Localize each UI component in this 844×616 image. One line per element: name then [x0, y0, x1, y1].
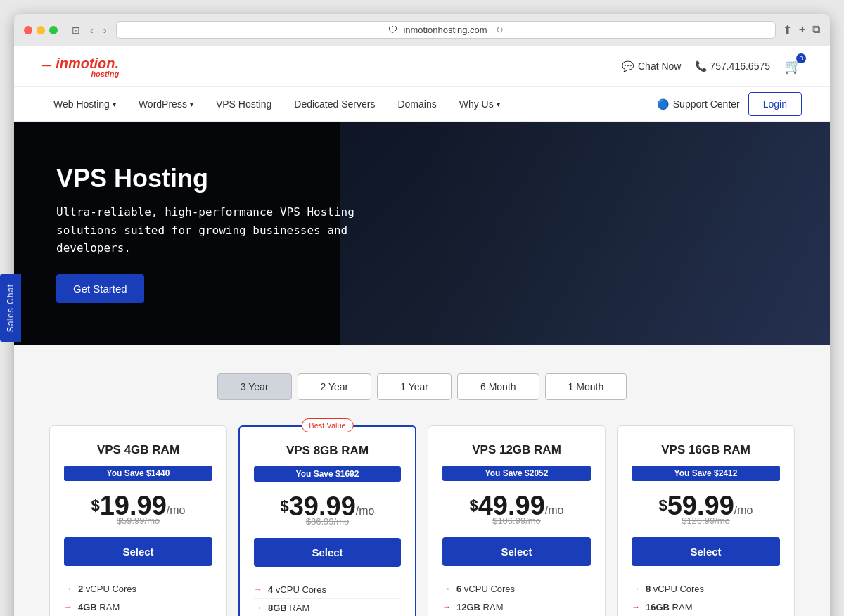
address-bar[interactable]: 🛡 inmotionhosting.com ↻ — [116, 21, 775, 39]
traffic-lights — [24, 26, 58, 34]
arrow-icon: → — [64, 584, 72, 593]
chat-button[interactable]: 💬 Chat Now — [622, 60, 681, 72]
hero-section: VPS Hosting Ultra-reliable, high-perform… — [14, 122, 830, 345]
get-started-button[interactable]: Get Started — [56, 274, 144, 303]
sidebar-toggle-button[interactable]: ⊡ — [69, 23, 83, 37]
minimize-button[interactable] — [37, 26, 45, 34]
best-value-badge: Best Value — [301, 418, 353, 432]
plan-name-4gb: VPS 4GB RAM — [64, 443, 212, 457]
arrow-icon: → — [442, 602, 451, 612]
price-dollar-16gb: $ — [658, 496, 667, 515]
new-tab-icon[interactable]: + — [799, 23, 805, 37]
period-tabs: 3 Year 2 Year 1 Year 6 Month 1 Month — [42, 373, 802, 400]
phone-icon: 📞 — [695, 60, 707, 72]
arrow-icon: → — [632, 584, 640, 593]
savings-badge-12gb: You Save $2052 — [442, 466, 591, 481]
phone-number: 📞 757.416.6575 — [695, 60, 770, 72]
pricing-section: 3 Year 2 Year 1 Year 6 Month 1 Month VPS… — [14, 345, 830, 616]
feature-ram-12gb: → 12GB RAM — [442, 598, 591, 616]
support-center-button[interactable]: 🔵 Support Center — [657, 98, 740, 110]
site-header: — inmotion. hosting 💬 Chat Now 📞 757.416… — [14, 46, 830, 87]
feature-ram-4gb: → 4GB RAM — [64, 598, 212, 616]
nav-item-web-hosting[interactable]: Web Hosting — [42, 87, 127, 121]
sales-chat-tab[interactable]: Sales Chat — [0, 274, 21, 342]
forward-button[interactable]: › — [101, 23, 110, 37]
pricing-cards: VPS 4GB RAM You Save $1440 $ 19.99 /mo $… — [49, 425, 795, 616]
plan-card-12gb: VPS 12GB RAM You Save $2052 $ 49.99 /mo … — [428, 425, 606, 616]
nav-links: Web Hosting WordPress VPS Hosting Dedica… — [42, 87, 657, 121]
plan-name-8gb: VPS 8GB RAM — [254, 444, 401, 458]
browser-actions: ⬆ + ⧉ — [783, 23, 820, 37]
plan-name-16gb: VPS 16GB RAM — [632, 443, 780, 457]
price-original-16gb: $126.99/mo — [632, 515, 780, 526]
share-icon[interactable]: ⬆ — [783, 23, 792, 37]
tab-1-year[interactable]: 1 Year — [377, 373, 452, 400]
savings-badge-4gb: You Save $1440 — [64, 466, 212, 481]
select-button-12gb[interactable]: Select — [442, 537, 591, 566]
price-block-4gb: $ 19.99 /mo $59.99/mo — [64, 491, 212, 526]
feature-vcpu-4gb: → 2 vCPU Cores — [64, 580, 212, 598]
plan-card-8gb: Best Value VPS 8GB RAM You Save $1692 $ … — [238, 425, 416, 616]
refresh-icon[interactable]: ↻ — [496, 25, 504, 35]
back-button[interactable]: ‹ — [87, 23, 96, 37]
price-original-8gb: $86.99/mo — [254, 516, 401, 527]
select-button-4gb[interactable]: Select — [64, 537, 212, 566]
arrow-icon: → — [64, 602, 72, 612]
nav-right: 🔵 Support Center Login — [657, 92, 802, 116]
browser-nav-controls: ⊡ ‹ › — [69, 23, 109, 37]
login-button[interactable]: Login — [748, 92, 802, 116]
site-nav: Web Hosting WordPress VPS Hosting Dedica… — [14, 87, 830, 122]
cart-badge: 0 — [796, 53, 806, 63]
price-period-12gb: /mo — [545, 504, 564, 517]
browser-toolbar: ⊡ ‹ › 🛡 inmotionhosting.com ↻ ⬆ + ⧉ — [14, 14, 830, 46]
price-dollar-12gb: $ — [469, 496, 478, 515]
feature-list-12gb: → 6 vCPU Cores → 12GB RAM → 210GB NVMe S… — [442, 580, 591, 616]
close-button[interactable] — [24, 26, 32, 34]
tab-1-month[interactable]: 1 Month — [545, 373, 627, 400]
maximize-button[interactable] — [49, 26, 58, 34]
feature-ram-8gb: → 8GB RAM — [254, 599, 401, 616]
nav-item-why-us[interactable]: Why Us — [448, 87, 511, 121]
plan-name-12gb: VPS 12GB RAM — [442, 443, 591, 457]
arrow-icon: → — [442, 584, 451, 593]
select-button-16gb[interactable]: Select — [632, 537, 780, 566]
savings-badge-16gb: You Save $2412 — [632, 466, 780, 481]
url-display: inmotionhosting.com — [403, 25, 487, 35]
plan-card-16gb: VPS 16GB RAM You Save $2412 $ 59.99 /mo … — [617, 425, 795, 616]
price-dollar-8gb: $ — [280, 497, 288, 515]
price-period-16gb: /mo — [734, 504, 753, 517]
arrow-icon: → — [254, 603, 262, 612]
tab-6-month[interactable]: 6 Month — [457, 373, 539, 400]
tab-2-year[interactable]: 2 Year — [298, 373, 372, 400]
feature-vcpu-16gb: → 8 vCPU Cores — [632, 580, 780, 598]
nav-item-domains[interactable]: Domains — [386, 87, 447, 121]
nav-item-wordpress[interactable]: WordPress — [127, 87, 205, 121]
hero-title: VPS Hosting — [56, 164, 478, 193]
arrow-icon: → — [254, 584, 262, 594]
savings-badge-8gb: You Save $1692 — [254, 466, 401, 482]
logo[interactable]: — inmotion. hosting — [42, 54, 119, 78]
tabs-icon[interactable]: ⧉ — [812, 23, 820, 37]
hero-content: VPS Hosting Ultra-reliable, high-perform… — [56, 164, 478, 303]
price-period-4gb: /mo — [167, 504, 186, 517]
price-original-12gb: $106.99/mo — [442, 515, 591, 526]
price-original-4gb: $59.99/mo — [64, 515, 212, 526]
price-block-12gb: $ 49.99 /mo $106.99/mo — [442, 491, 591, 526]
nav-item-dedicated[interactable]: Dedicated Servers — [283, 87, 386, 121]
logo-brand: — inmotion. hosting — [42, 54, 119, 78]
feature-ram-16gb: → 16GB RAM — [632, 598, 780, 616]
plan-card-4gb: VPS 4GB RAM You Save $1440 $ 19.99 /mo $… — [49, 425, 227, 616]
tab-3-year[interactable]: 3 Year — [217, 373, 292, 400]
feature-vcpu-8gb: → 4 vCPU Cores — [254, 581, 401, 599]
price-period-8gb: /mo — [356, 505, 375, 518]
select-button-8gb[interactable]: Select — [254, 538, 401, 567]
price-block-8gb: $ 39.99 /mo $86.99/mo — [254, 492, 401, 527]
header-right: 💬 Chat Now 📞 757.416.6575 🛒 0 — [622, 58, 802, 75]
price-dollar-4gb: $ — [91, 496, 99, 515]
nav-item-vps[interactable]: VPS Hosting — [205, 87, 283, 121]
feature-list-8gb: → 4 vCPU Cores → 8GB RAM → 150GB NVMe SS… — [254, 581, 401, 616]
support-icon: 🔵 — [657, 98, 669, 110]
feature-list-4gb: → 2 vCPU Cores → 4GB RAM → 90GB SSD → — [64, 580, 212, 616]
cart-button[interactable]: 🛒 0 — [784, 58, 802, 75]
feature-vcpu-12gb: → 6 vCPU Cores — [442, 580, 591, 598]
